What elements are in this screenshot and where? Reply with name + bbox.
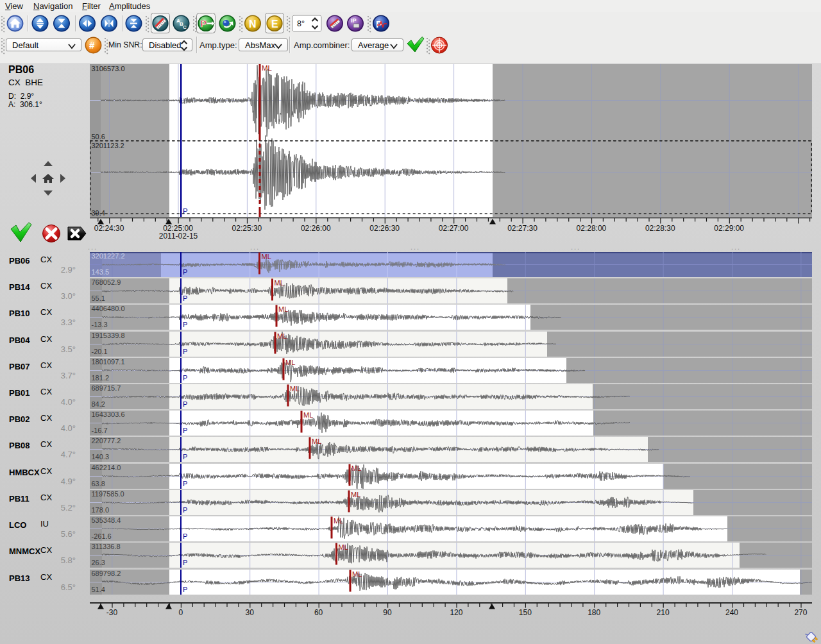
svg-text:150: 150 (519, 608, 532, 617)
svg-text:02:28:30: 02:28:30 (645, 224, 675, 233)
svg-text:ML: ML (262, 253, 271, 260)
svg-text:3106573.0: 3106573.0 (92, 65, 125, 72)
svg-text:462214.0: 462214.0 (92, 464, 121, 471)
svg-text:-20.1: -20.1 (92, 348, 108, 355)
svg-text:210: 210 (657, 608, 670, 617)
svg-text:P: P (183, 321, 187, 328)
svg-text:-13.3: -13.3 (92, 321, 108, 328)
svg-text:1915339.8: 1915339.8 (92, 332, 125, 339)
svg-text:90: 90 (383, 608, 392, 617)
svg-text:3201123.2: 3201123.2 (92, 142, 124, 149)
svg-text:240: 240 (725, 608, 738, 617)
svg-text:84.2: 84.2 (92, 400, 105, 408)
svg-text:0: 0 (178, 608, 183, 617)
svg-text:39.4: 39.4 (92, 209, 105, 217)
svg-text:55.1: 55.1 (92, 294, 105, 302)
svg-text:ML: ML (312, 437, 321, 445)
svg-text:ML: ML (334, 517, 343, 525)
svg-text:ML: ML (339, 543, 348, 551)
svg-text:ML: ML (351, 464, 361, 472)
svg-text:IP: IP (351, 17, 357, 24)
svg-text:P: P (183, 374, 187, 382)
svg-text:P: P (183, 427, 187, 434)
svg-text:02:26:00: 02:26:00 (301, 224, 331, 233)
svg-text:P: P (183, 559, 187, 566)
svg-text:P: P (183, 348, 187, 355)
svg-text:ML: ML (277, 332, 287, 340)
svg-text:ML: ML (351, 491, 360, 498)
svg-text:1643303.6: 1643303.6 (92, 411, 125, 418)
svg-text:ML: ML (275, 279, 284, 287)
svg-text:P: P (183, 506, 187, 514)
svg-text:181.2: 181.2 (92, 374, 110, 382)
svg-text:63.8: 63.8 (92, 480, 105, 487)
svg-text:P: P (183, 400, 187, 408)
svg-text:ML: ML (278, 305, 288, 313)
svg-text:ML: ML (352, 570, 362, 578)
svg-text:P: P (183, 453, 187, 461)
svg-text:N: N (249, 19, 257, 30)
svg-text:P: P (200, 18, 207, 29)
svg-text:02:27:30: 02:27:30 (507, 224, 537, 233)
svg-text:P: P (183, 480, 187, 487)
svg-text:ML: ML (303, 411, 313, 419)
svg-text:E: E (271, 19, 278, 30)
svg-text:-30: -30 (106, 608, 118, 617)
svg-text:02:29:00: 02:29:00 (714, 224, 744, 233)
svg-text:50.6: 50.6 (92, 133, 105, 140)
svg-text:02:26:30: 02:26:30 (369, 224, 400, 233)
svg-text:P: P (183, 532, 187, 540)
svg-text:180: 180 (588, 608, 600, 617)
svg-text:#: # (89, 40, 95, 51)
svg-text:1197585.0: 1197585.0 (92, 490, 124, 498)
svg-text:ML: ML (262, 64, 273, 72)
svg-text:4406480.0: 4406480.0 (92, 305, 125, 312)
svg-text:C: C (183, 24, 187, 30)
svg-text:-16.7: -16.7 (92, 427, 108, 434)
svg-text:02:24:30: 02:24:30 (94, 224, 124, 233)
svg-text:P: P (183, 294, 187, 302)
svg-text:02:25:30: 02:25:30 (232, 224, 262, 233)
svg-text:02:27:00: 02:27:00 (439, 224, 469, 233)
svg-text:-261.6: -261.6 (92, 532, 112, 540)
svg-text:ML: ML (290, 385, 300, 393)
svg-text:30: 30 (246, 608, 255, 617)
svg-text:178.0: 178.0 (92, 506, 110, 514)
svg-text:02:28:00: 02:28:00 (577, 224, 607, 233)
svg-text:689798.2: 689798.2 (92, 570, 121, 577)
svg-text:8°: 8° (297, 19, 305, 28)
svg-text:1801097.1: 1801097.1 (92, 358, 125, 366)
svg-text:60: 60 (314, 608, 323, 617)
svg-text:120: 120 (450, 608, 462, 617)
svg-text:220777.2: 220777.2 (92, 437, 121, 445)
svg-text:ML: ML (285, 359, 295, 366)
svg-text:768052.9: 768052.9 (92, 278, 121, 286)
svg-text:311336.8: 311336.8 (92, 543, 121, 550)
svg-text:143.5: 143.5 (92, 268, 110, 276)
svg-text:P: P (183, 586, 187, 593)
svg-text:P: P (183, 268, 187, 276)
svg-text:3201227.2: 3201227.2 (92, 252, 125, 260)
svg-text:51.4: 51.4 (92, 586, 105, 593)
svg-text:26.3: 26.3 (92, 559, 105, 566)
svg-text:270: 270 (794, 608, 807, 617)
svg-text:689715.7: 689715.7 (92, 384, 121, 392)
svg-text:P: P (183, 207, 188, 215)
svg-text:140.3: 140.3 (92, 453, 110, 461)
svg-text:535348.4: 535348.4 (92, 516, 121, 524)
